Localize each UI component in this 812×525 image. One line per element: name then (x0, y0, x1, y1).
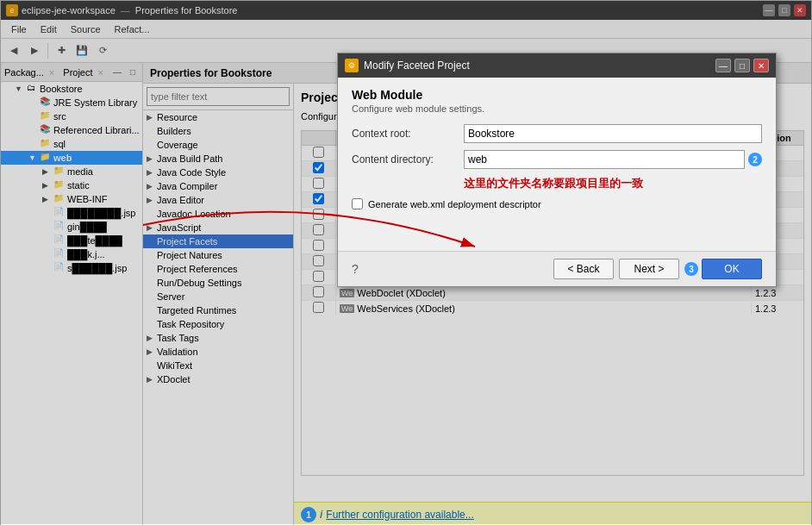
modal-section-title: Web Module (352, 88, 762, 102)
content-dir-row: Content directory: 2 (352, 150, 762, 169)
ok-button[interactable]: OK (702, 259, 762, 279)
checkbox-label: Generate web.xml deployment descriptor (368, 199, 541, 209)
modal-footer: ? < Back Next > 3 OK (338, 251, 776, 286)
content-dir-label: Content directory: (352, 153, 464, 166)
modal-minimize-btn[interactable]: — (715, 59, 731, 72)
content-dir-input[interactable] (464, 150, 745, 169)
chinese-annotation: 这里的文件夹名称要跟项目里的一致 (464, 176, 762, 191)
spacer (352, 223, 762, 241)
ok-btn-wrap: 3 OK (684, 259, 762, 279)
content-dir-wrap: 2 (464, 150, 762, 169)
badge-2: 2 (748, 153, 762, 166)
modal-body: Web Module Configure web module settings… (338, 78, 776, 251)
context-root-label: Context root: (352, 128, 464, 140)
help-icon[interactable]: ? (352, 262, 359, 276)
modal-subtitle: Configure web module settings. (352, 103, 762, 114)
back-button[interactable]: < Back (553, 259, 614, 279)
next-button[interactable]: Next > (619, 259, 679, 279)
main-window: e eclipse-jee-workspace — Properties for… (0, 0, 812, 525)
modify-faceted-dialog: ⚙ Modify Faceted Project — □ ✕ Web Modul… (337, 53, 777, 287)
context-root-input[interactable] (464, 124, 762, 143)
context-root-row: Context root: (352, 124, 762, 143)
generate-webxml-checkbox[interactable] (352, 198, 363, 209)
checkbox-row: Generate web.xml deployment descriptor (352, 198, 762, 209)
modal-title-bar: ⚙ Modify Faceted Project — □ ✕ (338, 53, 776, 78)
modal-title-text: Modify Faceted Project (364, 59, 470, 72)
modal-maximize-btn[interactable]: □ (734, 59, 750, 72)
modal-title-btns: — □ ✕ (715, 59, 769, 72)
modal-title-icon: ⚙ (345, 59, 359, 72)
modal-close-btn[interactable]: ✕ (753, 59, 769, 72)
modal-overlay: ⚙ Modify Faceted Project — □ ✕ Web Modul… (1, 1, 811, 524)
badge-3: 3 (684, 262, 698, 276)
